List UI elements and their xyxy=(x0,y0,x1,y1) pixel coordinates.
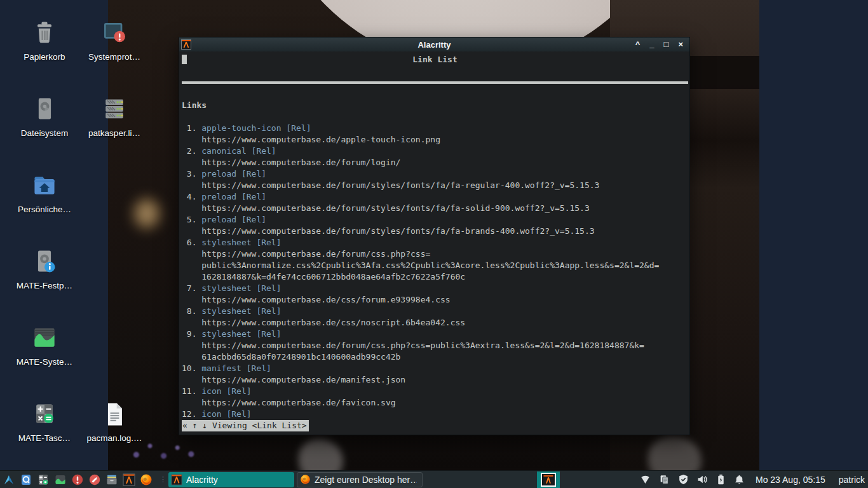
window-selector[interactable] xyxy=(537,471,560,488)
link-number: 3. xyxy=(182,168,196,180)
desktop-icon-mate-systemmonitor[interactable]: MATE-Syste… xyxy=(6,322,83,367)
link-name[interactable]: icon [Rel] xyxy=(201,409,251,419)
taskbar-task-firefox[interactable]: Zeigt euren Desktop her… xyxy=(297,472,423,487)
clipboard-icon[interactable] xyxy=(659,474,670,485)
alacritty-window-icon xyxy=(181,39,191,50)
link-number: 2. xyxy=(182,146,196,157)
link-row: 9. stylesheet [Rel] xyxy=(182,329,688,340)
desktop-icon-papierkorb[interactable]: Papierkorb xyxy=(6,17,83,62)
link-name[interactable]: preload [Rel] xyxy=(201,215,266,224)
system-monitor-launcher-icon[interactable] xyxy=(54,473,67,486)
task-label: Alacritty xyxy=(186,475,218,485)
link-url: https://www.computerbase.de/forum/css.ph… xyxy=(182,248,688,260)
taskbar-task-alacritty[interactable]: Alacritty xyxy=(168,472,294,487)
link-name[interactable]: canonical [Rel] xyxy=(201,146,276,156)
link-row: 4. preload [Rel] xyxy=(182,191,688,203)
terminal-cursor xyxy=(182,55,187,64)
disk-info-icon xyxy=(6,245,83,278)
link-url: https://www.computerbase.de/manifest.jso… xyxy=(182,374,688,386)
system-monitor-icon xyxy=(6,322,83,355)
firefox-launcher-icon[interactable] xyxy=(140,473,153,486)
link-number: 12. xyxy=(182,409,196,420)
desktop-icon-dateisystem[interactable]: Dateisystem xyxy=(6,93,83,138)
titlebar[interactable]: Alacritty ^ _ □ × xyxy=(179,37,689,52)
log-viewer-icon[interactable] xyxy=(71,473,84,486)
link-name[interactable]: stylesheet [Rel] xyxy=(201,329,281,339)
close-button[interactable]: × xyxy=(678,38,683,51)
link-row: 10. manifest [Rel] xyxy=(182,363,688,374)
desktop-icon-label: patkasper.li… xyxy=(76,128,153,138)
lamp-glow xyxy=(132,197,161,230)
desktop-icon-mate-taschenrechner[interactable]: MATE-Tasc… xyxy=(6,398,83,443)
link-name[interactable]: preload [Rel] xyxy=(201,192,266,201)
link-number: 8. xyxy=(182,306,196,317)
desktop-icon-systemprotokoll[interactable]: Systemprot… xyxy=(76,17,153,62)
horizontal-rule xyxy=(182,77,688,88)
link-name[interactable]: icon [Rel] xyxy=(201,386,251,396)
link-name[interactable]: stylesheet [Rel] xyxy=(201,306,281,316)
desktop-icon-label: Dateisystem xyxy=(6,128,83,138)
link-number: 4. xyxy=(182,191,196,203)
desktop: Papierkorb Systemprot… Dateisystem patka… xyxy=(0,0,868,488)
pluma-editor-icon[interactable] xyxy=(88,473,101,486)
desktop-icon-patkasper[interactable]: patkasper.li… xyxy=(76,93,153,138)
link-url: public%3Anormalize.css%2Cpublic%3Afa.css… xyxy=(182,260,688,271)
task-label: Zeigt euren Desktop her… xyxy=(315,475,417,485)
filesystem-icon xyxy=(6,93,83,126)
link-url: https://www.computerbase.de/css/forum.e9… xyxy=(182,294,688,306)
link-row: 11. icon [Rel] xyxy=(182,386,688,397)
link-name[interactable]: stylesheet [Rel] xyxy=(201,238,281,247)
terminal[interactable]: Link List Links 1. apple-touch-icon [Rel… xyxy=(179,51,689,435)
maximize-button[interactable]: □ xyxy=(664,38,669,51)
battery-icon[interactable] xyxy=(716,474,726,485)
calculator-icon xyxy=(6,398,83,431)
link-number: 10. xyxy=(182,363,196,374)
calculator-launcher-icon[interactable] xyxy=(37,473,50,486)
link-row: 12. icon [Rel] xyxy=(182,409,688,420)
applet-handle[interactable]: ⋮ xyxy=(159,475,166,484)
shield-check-icon[interactable] xyxy=(678,474,689,485)
window-title: Alacritty xyxy=(179,40,689,50)
status-bar: « ↑ ↓ Viewing <Link List> xyxy=(182,420,309,431)
page-title: Link List xyxy=(182,54,688,65)
link-number: 1. xyxy=(182,123,196,134)
lamp-glow xyxy=(707,203,740,239)
shade-button[interactable]: ^ xyxy=(635,38,641,51)
link-url: https://www.computerbase.de/forum/css.ph… xyxy=(182,340,688,351)
caja-file-manager-icon[interactable] xyxy=(20,473,32,486)
link-row: 2. canonical [Rel] xyxy=(182,146,688,157)
link-name[interactable]: apple-touch-icon [Rel] xyxy=(201,123,311,133)
alacritty-launcher-icon[interactable] xyxy=(123,473,135,486)
desktop-icon-label: MATE-Tasc… xyxy=(6,433,83,443)
desktop-icon-persoenlicher-ordner[interactable]: Persönliche… xyxy=(6,169,83,214)
taskbar: ⋮ Alacritty Zeigt euren Desktop her… Mo … xyxy=(0,470,868,488)
link-name[interactable]: stylesheet [Rel] xyxy=(201,283,281,293)
link-url: https://www.computerbase.de/forum/styles… xyxy=(182,203,688,214)
link-name[interactable]: preload [Rel] xyxy=(201,169,266,179)
desktop-icon-mate-festplatte[interactable]: MATE-Festp… xyxy=(6,245,83,290)
link-row: 5. preload [Rel] xyxy=(182,214,688,226)
volume-icon[interactable] xyxy=(697,474,708,485)
trash-icon xyxy=(6,17,83,50)
wifi-icon[interactable] xyxy=(640,474,651,485)
desktop-icon-pacman-log[interactable]: pacman.log.… xyxy=(76,398,153,443)
archive-manager-icon[interactable] xyxy=(105,473,118,486)
minimize-button[interactable]: _ xyxy=(649,38,654,51)
link-number: 5. xyxy=(182,214,196,226)
desktop-icon-label: MATE-Syste… xyxy=(6,357,83,367)
link-number: 9. xyxy=(182,329,196,340)
link-name[interactable]: manifest [Rel] xyxy=(201,363,271,373)
link-number: 6. xyxy=(182,237,196,248)
desktop-icon-label: pacman.log.… xyxy=(76,433,153,443)
link-url: https://www.computerbase.de/css/noscript… xyxy=(182,317,688,329)
system-tray: Mo 23 Aug, 05:15 patrick xyxy=(640,471,868,488)
clock[interactable]: Mo 23 Aug, 05:15 xyxy=(756,475,825,485)
link-row: 6. stylesheet [Rel] xyxy=(182,237,688,248)
link-url: https://www.computerbase.de/forum/login/ xyxy=(182,157,688,168)
status-line: « ↑ ↓ Viewing <Link List> xyxy=(182,420,688,431)
username[interactable]: patrick xyxy=(839,475,865,485)
firefox-task-icon xyxy=(300,474,311,485)
mate-menu-icon[interactable] xyxy=(3,473,15,486)
alacritty-selector-icon xyxy=(541,473,556,487)
notifications-bell-icon[interactable] xyxy=(734,474,745,485)
